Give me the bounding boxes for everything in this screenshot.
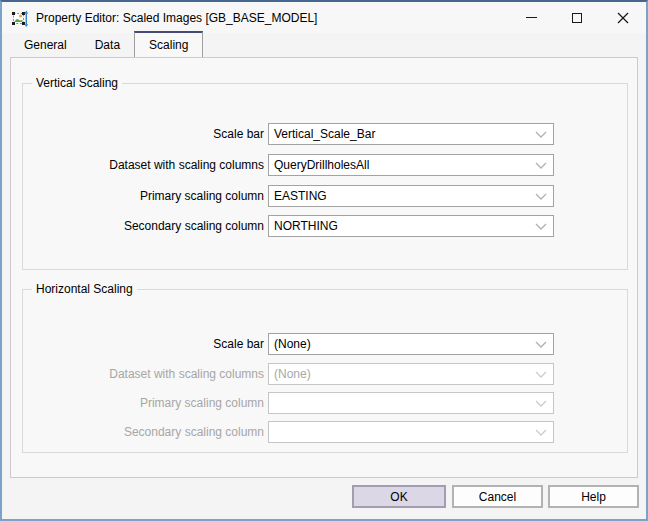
horizontal-dataset-combobox: (None): [268, 363, 554, 385]
horizontal-primary-column-row: Primary scaling column: [23, 392, 627, 414]
vertical-dataset-combobox[interactable]: QueryDrillholesAll: [268, 154, 554, 176]
horizontal-scale-bar-combobox[interactable]: (None): [268, 333, 554, 355]
scaled-image-icon: [11, 9, 29, 27]
vertical-primary-column-label: Primary scaling column: [23, 185, 264, 207]
horizontal-scale-bar-row: Scale bar (None): [23, 333, 627, 355]
vertical-secondary-column-label: Secondary scaling column: [23, 215, 264, 237]
horizontal-scaling-group-title: Horizontal Scaling: [32, 282, 137, 296]
vertical-dataset-row: Dataset with scaling columns QueryDrillh…: [23, 154, 627, 176]
tab-general-label: General: [24, 38, 67, 52]
horizontal-secondary-column-row: Secondary scaling column: [23, 421, 627, 443]
horizontal-dataset-row: Dataset with scaling columns (None): [23, 363, 627, 385]
help-button[interactable]: Help: [548, 485, 639, 508]
tab-general[interactable]: General: [10, 33, 81, 57]
horizontal-scale-bar-value: (None): [269, 337, 553, 351]
vertical-primary-column-value: EASTING: [269, 189, 553, 203]
vertical-dataset-value: QueryDrillholesAll: [269, 158, 553, 172]
horizontal-primary-column-combobox: [268, 392, 554, 414]
minimize-icon: [526, 17, 537, 18]
ok-button-label: OK: [390, 490, 407, 504]
scaling-tab-page: Vertical Scaling Scale bar Vertical_Scal…: [10, 57, 638, 478]
tab-strip: General Data Scaling: [10, 33, 203, 57]
close-button[interactable]: [600, 2, 646, 33]
chevron-down-icon: [535, 223, 547, 231]
vertical-scale-bar-label: Scale bar: [23, 123, 264, 145]
tab-data[interactable]: Data: [81, 33, 134, 57]
horizontal-dataset-label: Dataset with scaling columns: [23, 363, 264, 385]
chevron-down-icon: [535, 429, 547, 437]
tab-scaling[interactable]: Scaling: [134, 31, 203, 57]
vertical-primary-column-combobox[interactable]: EASTING: [268, 185, 554, 207]
minimize-button[interactable]: [508, 2, 554, 33]
vertical-scale-bar-combobox[interactable]: Vertical_Scale_Bar: [268, 123, 554, 145]
help-button-label: Help: [581, 490, 606, 504]
maximize-button[interactable]: [554, 2, 600, 33]
titlebar[interactable]: Property Editor: Scaled Images [GB_BASE_…: [2, 2, 646, 33]
vertical-primary-column-row: Primary scaling column EASTING: [23, 185, 627, 207]
chevron-down-icon: [535, 193, 547, 201]
maximize-icon: [572, 13, 582, 23]
vertical-secondary-column-value: NORTHING: [269, 219, 553, 233]
vertical-secondary-column-row: Secondary scaling column NORTHING: [23, 215, 627, 237]
chevron-down-icon: [535, 371, 547, 379]
property-editor-dialog: Property Editor: Scaled Images [GB_BASE_…: [0, 0, 648, 521]
tab-data-label: Data: [95, 38, 120, 52]
horizontal-secondary-column-label: Secondary scaling column: [23, 421, 264, 443]
horizontal-secondary-column-combobox: [268, 421, 554, 443]
horizontal-dataset-value: (None): [269, 367, 553, 381]
vertical-dataset-label: Dataset with scaling columns: [23, 154, 264, 176]
vertical-scale-bar-value: Vertical_Scale_Bar: [269, 127, 553, 141]
tab-scaling-label: Scaling: [149, 38, 188, 52]
horizontal-scale-bar-label: Scale bar: [23, 333, 264, 355]
close-icon: [617, 12, 629, 24]
ok-button[interactable]: OK: [352, 485, 446, 508]
cancel-button[interactable]: Cancel: [452, 485, 543, 508]
vertical-scaling-group-title: Vertical Scaling: [32, 76, 122, 90]
chevron-down-icon: [535, 162, 547, 170]
horizontal-primary-column-label: Primary scaling column: [23, 392, 264, 414]
chevron-down-icon: [535, 400, 547, 408]
vertical-scale-bar-row: Scale bar Vertical_Scale_Bar: [23, 123, 627, 145]
window-controls: [508, 2, 646, 33]
chevron-down-icon: [535, 131, 547, 139]
vertical-secondary-column-combobox[interactable]: NORTHING: [268, 215, 554, 237]
vertical-scaling-group: Vertical Scaling Scale bar Vertical_Scal…: [22, 83, 628, 270]
cancel-button-label: Cancel: [479, 490, 516, 504]
window-title: Property Editor: Scaled Images [GB_BASE_…: [36, 11, 317, 25]
chevron-down-icon: [535, 341, 547, 349]
horizontal-scaling-group: Horizontal Scaling Scale bar (None) Data…: [22, 289, 628, 453]
